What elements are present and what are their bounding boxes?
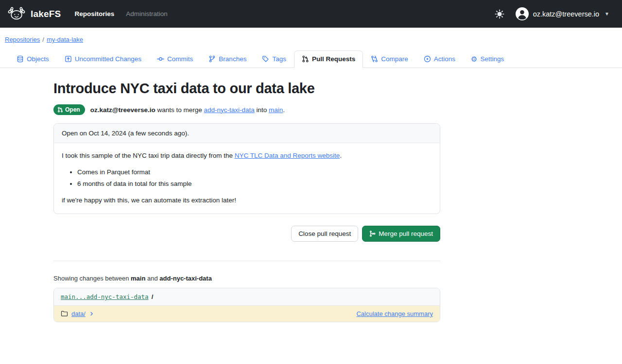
nav-administration[interactable]: Administration	[126, 10, 168, 17]
avatar-person-icon	[516, 7, 529, 20]
lakefs-brand[interactable]: lakeFS	[7, 7, 61, 21]
status-badge: Open	[53, 104, 85, 115]
changed-path-link[interactable]: data/	[71, 310, 86, 317]
tab-tags[interactable]: Tags	[254, 50, 294, 68]
pr-description-card: Open on Oct 14, 2024 (a few seconds ago)…	[53, 123, 440, 214]
repo-tab-bar: Objects Uncommitted Changes Commits	[0, 50, 622, 68]
changes-summary-line: Showing changes between main and add-nyc…	[53, 275, 440, 282]
merge-icon	[369, 231, 376, 237]
target-branch-link[interactable]: main	[269, 106, 283, 114]
user-email: oz.katz@treeverse.io	[533, 10, 599, 18]
theme-toggle-sun-icon[interactable]	[494, 9, 505, 19]
breadcrumb-repo-name[interactable]: my-data-lake	[47, 36, 83, 43]
tab-commits[interactable]: Commits	[149, 50, 201, 68]
gear-icon: ⚙	[471, 55, 477, 63]
calculate-change-summary-link[interactable]: Calculate change summary	[356, 310, 433, 317]
bullet-item: Comes in Parquet format	[77, 167, 432, 177]
pr-action-buttons: Close pull request Merge pull request	[53, 226, 440, 242]
upload-box-icon	[65, 55, 72, 63]
tab-objects[interactable]: Objects	[9, 50, 57, 68]
close-pull-request-button[interactable]: Close pull request	[291, 226, 358, 242]
compare-icon	[371, 55, 378, 63]
description-outro: if we're happy with this, we can automat…	[62, 196, 432, 205]
breadcrumb: Repositories/my-data-lake	[0, 28, 622, 43]
tab-uncommitted-changes[interactable]: Uncommitted Changes	[57, 50, 149, 68]
source-branch-link[interactable]: add-nyc-taxi-data	[204, 106, 254, 114]
breadcrumb-repositories[interactable]: Repositories	[5, 36, 40, 43]
database-icon	[17, 55, 24, 63]
merge-pull-request-button[interactable]: Merge pull request	[362, 226, 440, 242]
play-circle-icon	[424, 55, 431, 63]
nyc-tlc-link[interactable]: NYC TLC Data and Reports website	[235, 152, 340, 159]
folder-icon	[61, 310, 68, 317]
pr-description-body: I took this sample of the NYC taxi trip …	[54, 143, 440, 214]
tab-pull-requests[interactable]: Pull Requests	[294, 50, 363, 68]
user-menu[interactable]: oz.katz@treeverse.io ▼	[516, 7, 609, 20]
pull-request-icon	[57, 107, 63, 113]
pr-opened-line: Open on Oct 14, 2024 (a few seconds ago)…	[54, 124, 440, 143]
table-row: data/ Calculate change summary	[54, 306, 440, 322]
merge-sentence: oz.katz@treeverse.io wants to merge add-…	[90, 106, 285, 114]
chevron-right-icon[interactable]	[89, 311, 94, 316]
pull-request-icon	[302, 55, 309, 63]
pr-author: oz.katz@treeverse.io	[90, 106, 156, 114]
ref-comparison-link[interactable]: main...add-nyc-taxi-data	[61, 293, 149, 300]
section-divider	[53, 261, 440, 261]
tab-branches[interactable]: Branches	[201, 50, 254, 68]
page-title: Introduce NYC taxi data to our data lake	[53, 81, 440, 97]
chevron-down-icon: ▼	[605, 11, 609, 17]
tab-actions[interactable]: Actions	[416, 50, 463, 68]
head-branch-name: add-nyc-taxi-data	[159, 275, 212, 282]
ref-root-path: /	[152, 293, 154, 300]
pr-status-line: Open oz.katz@treeverse.io wants to merge…	[53, 104, 440, 115]
description-bullets: Comes in Parquet format 6 months of data…	[62, 167, 432, 189]
branch-icon	[208, 55, 216, 63]
axolotl-logo-icon	[7, 7, 26, 21]
bullet-item: 6 months of data in total for this sampl…	[77, 179, 432, 189]
nav-repositories[interactable]: Repositories	[74, 10, 114, 17]
breadcrumb-separator: /	[42, 36, 44, 43]
top-navbar: lakeFS Repositories Administration oz.ka…	[0, 0, 622, 28]
tab-settings[interactable]: ⚙ Settings	[463, 50, 512, 68]
commit-icon	[157, 55, 164, 63]
tag-icon	[262, 55, 269, 63]
pull-request-page: Introduce NYC taxi data to our data lake…	[53, 81, 440, 322]
base-branch-name: main	[131, 275, 145, 282]
tab-compare[interactable]: Compare	[363, 50, 416, 68]
description-intro: I took this sample of the NYC taxi trip …	[62, 151, 432, 161]
changes-table: main...add-nyc-taxi-data / data/ Calcula…	[53, 288, 440, 322]
brand-name: lakeFS	[31, 9, 61, 19]
changes-table-header: main...add-nyc-taxi-data /	[54, 288, 440, 306]
